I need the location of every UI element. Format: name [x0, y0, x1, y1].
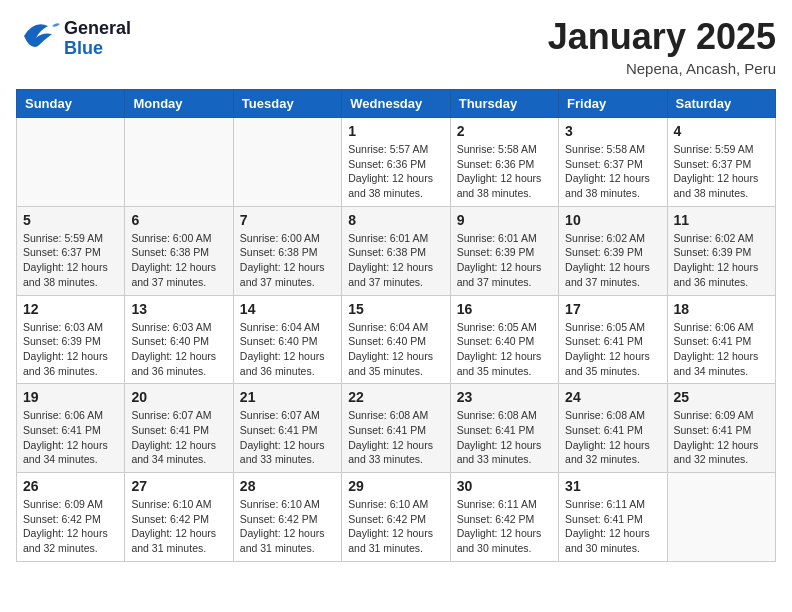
day-number: 3 — [565, 123, 660, 139]
page-header: General Blue January 2025 Nepena, Ancash… — [16, 16, 776, 77]
calendar-cell: 12Sunrise: 6:03 AM Sunset: 6:39 PM Dayli… — [17, 295, 125, 384]
calendar-cell: 8Sunrise: 6:01 AM Sunset: 6:38 PM Daylig… — [342, 206, 450, 295]
calendar-week-row: 12Sunrise: 6:03 AM Sunset: 6:39 PM Dayli… — [17, 295, 776, 384]
day-info: Sunrise: 6:04 AM Sunset: 6:40 PM Dayligh… — [240, 320, 335, 379]
day-info: Sunrise: 6:03 AM Sunset: 6:40 PM Dayligh… — [131, 320, 226, 379]
calendar-cell: 22Sunrise: 6:08 AM Sunset: 6:41 PM Dayli… — [342, 384, 450, 473]
day-info: Sunrise: 6:11 AM Sunset: 6:41 PM Dayligh… — [565, 497, 660, 556]
day-info: Sunrise: 6:11 AM Sunset: 6:42 PM Dayligh… — [457, 497, 552, 556]
day-info: Sunrise: 6:06 AM Sunset: 6:41 PM Dayligh… — [23, 408, 118, 467]
day-number: 7 — [240, 212, 335, 228]
day-info: Sunrise: 6:01 AM Sunset: 6:38 PM Dayligh… — [348, 231, 443, 290]
day-info: Sunrise: 6:09 AM Sunset: 6:42 PM Dayligh… — [23, 497, 118, 556]
calendar-week-row: 1Sunrise: 5:57 AM Sunset: 6:36 PM Daylig… — [17, 118, 776, 207]
calendar-cell: 7Sunrise: 6:00 AM Sunset: 6:38 PM Daylig… — [233, 206, 341, 295]
calendar-cell — [233, 118, 341, 207]
weekday-header-wednesday: Wednesday — [342, 90, 450, 118]
day-number: 19 — [23, 389, 118, 405]
day-info: Sunrise: 6:04 AM Sunset: 6:40 PM Dayligh… — [348, 320, 443, 379]
calendar-cell: 28Sunrise: 6:10 AM Sunset: 6:42 PM Dayli… — [233, 473, 341, 562]
calendar-cell: 6Sunrise: 6:00 AM Sunset: 6:38 PM Daylig… — [125, 206, 233, 295]
calendar-table: SundayMondayTuesdayWednesdayThursdayFrid… — [16, 89, 776, 562]
calendar-cell: 11Sunrise: 6:02 AM Sunset: 6:39 PM Dayli… — [667, 206, 775, 295]
weekday-header-friday: Friday — [559, 90, 667, 118]
day-info: Sunrise: 6:02 AM Sunset: 6:39 PM Dayligh… — [674, 231, 769, 290]
day-info: Sunrise: 5:59 AM Sunset: 6:37 PM Dayligh… — [23, 231, 118, 290]
day-info: Sunrise: 6:03 AM Sunset: 6:39 PM Dayligh… — [23, 320, 118, 379]
calendar-cell: 18Sunrise: 6:06 AM Sunset: 6:41 PM Dayli… — [667, 295, 775, 384]
logo-text: General Blue — [64, 19, 131, 59]
calendar-cell: 4Sunrise: 5:59 AM Sunset: 6:37 PM Daylig… — [667, 118, 775, 207]
calendar-week-row: 19Sunrise: 6:06 AM Sunset: 6:41 PM Dayli… — [17, 384, 776, 473]
month-title: January 2025 — [548, 16, 776, 58]
title-section: January 2025 Nepena, Ancash, Peru — [548, 16, 776, 77]
day-number: 11 — [674, 212, 769, 228]
day-number: 29 — [348, 478, 443, 494]
day-number: 26 — [23, 478, 118, 494]
day-info: Sunrise: 5:59 AM Sunset: 6:37 PM Dayligh… — [674, 142, 769, 201]
day-number: 13 — [131, 301, 226, 317]
day-info: Sunrise: 5:58 AM Sunset: 6:36 PM Dayligh… — [457, 142, 552, 201]
day-info: Sunrise: 6:00 AM Sunset: 6:38 PM Dayligh… — [131, 231, 226, 290]
logo: General Blue — [16, 16, 131, 61]
day-number: 18 — [674, 301, 769, 317]
weekday-header-saturday: Saturday — [667, 90, 775, 118]
logo-general: General — [64, 19, 131, 39]
calendar-cell: 15Sunrise: 6:04 AM Sunset: 6:40 PM Dayli… — [342, 295, 450, 384]
day-number: 14 — [240, 301, 335, 317]
calendar-cell: 3Sunrise: 5:58 AM Sunset: 6:37 PM Daylig… — [559, 118, 667, 207]
calendar-week-row: 26Sunrise: 6:09 AM Sunset: 6:42 PM Dayli… — [17, 473, 776, 562]
day-info: Sunrise: 5:57 AM Sunset: 6:36 PM Dayligh… — [348, 142, 443, 201]
day-number: 22 — [348, 389, 443, 405]
calendar-cell: 26Sunrise: 6:09 AM Sunset: 6:42 PM Dayli… — [17, 473, 125, 562]
day-info: Sunrise: 6:07 AM Sunset: 6:41 PM Dayligh… — [240, 408, 335, 467]
calendar-week-row: 5Sunrise: 5:59 AM Sunset: 6:37 PM Daylig… — [17, 206, 776, 295]
calendar-cell: 10Sunrise: 6:02 AM Sunset: 6:39 PM Dayli… — [559, 206, 667, 295]
day-number: 10 — [565, 212, 660, 228]
day-info: Sunrise: 6:10 AM Sunset: 6:42 PM Dayligh… — [131, 497, 226, 556]
calendar-cell: 13Sunrise: 6:03 AM Sunset: 6:40 PM Dayli… — [125, 295, 233, 384]
day-info: Sunrise: 6:08 AM Sunset: 6:41 PM Dayligh… — [565, 408, 660, 467]
calendar-cell: 20Sunrise: 6:07 AM Sunset: 6:41 PM Dayli… — [125, 384, 233, 473]
day-number: 16 — [457, 301, 552, 317]
weekday-header-row: SundayMondayTuesdayWednesdayThursdayFrid… — [17, 90, 776, 118]
day-info: Sunrise: 6:01 AM Sunset: 6:39 PM Dayligh… — [457, 231, 552, 290]
calendar-cell: 2Sunrise: 5:58 AM Sunset: 6:36 PM Daylig… — [450, 118, 558, 207]
calendar-cell: 14Sunrise: 6:04 AM Sunset: 6:40 PM Dayli… — [233, 295, 341, 384]
day-info: Sunrise: 6:09 AM Sunset: 6:41 PM Dayligh… — [674, 408, 769, 467]
calendar-cell: 23Sunrise: 6:08 AM Sunset: 6:41 PM Dayli… — [450, 384, 558, 473]
calendar-cell: 30Sunrise: 6:11 AM Sunset: 6:42 PM Dayli… — [450, 473, 558, 562]
weekday-header-sunday: Sunday — [17, 90, 125, 118]
day-number: 4 — [674, 123, 769, 139]
day-number: 28 — [240, 478, 335, 494]
day-number: 20 — [131, 389, 226, 405]
calendar-cell: 5Sunrise: 5:59 AM Sunset: 6:37 PM Daylig… — [17, 206, 125, 295]
day-number: 9 — [457, 212, 552, 228]
day-number: 30 — [457, 478, 552, 494]
day-number: 15 — [348, 301, 443, 317]
logo-blue: Blue — [64, 39, 131, 59]
day-info: Sunrise: 6:10 AM Sunset: 6:42 PM Dayligh… — [240, 497, 335, 556]
day-info: Sunrise: 6:07 AM Sunset: 6:41 PM Dayligh… — [131, 408, 226, 467]
weekday-header-thursday: Thursday — [450, 90, 558, 118]
day-info: Sunrise: 6:05 AM Sunset: 6:40 PM Dayligh… — [457, 320, 552, 379]
day-number: 8 — [348, 212, 443, 228]
day-number: 12 — [23, 301, 118, 317]
day-info: Sunrise: 6:08 AM Sunset: 6:41 PM Dayligh… — [457, 408, 552, 467]
calendar-cell: 29Sunrise: 6:10 AM Sunset: 6:42 PM Dayli… — [342, 473, 450, 562]
day-info: Sunrise: 6:10 AM Sunset: 6:42 PM Dayligh… — [348, 497, 443, 556]
day-number: 2 — [457, 123, 552, 139]
day-number: 21 — [240, 389, 335, 405]
calendar-cell: 21Sunrise: 6:07 AM Sunset: 6:41 PM Dayli… — [233, 384, 341, 473]
calendar-cell: 19Sunrise: 6:06 AM Sunset: 6:41 PM Dayli… — [17, 384, 125, 473]
calendar-cell — [17, 118, 125, 207]
calendar-cell — [667, 473, 775, 562]
day-number: 27 — [131, 478, 226, 494]
day-number: 23 — [457, 389, 552, 405]
day-info: Sunrise: 6:06 AM Sunset: 6:41 PM Dayligh… — [674, 320, 769, 379]
calendar-cell: 1Sunrise: 5:57 AM Sunset: 6:36 PM Daylig… — [342, 118, 450, 207]
calendar-cell: 31Sunrise: 6:11 AM Sunset: 6:41 PM Dayli… — [559, 473, 667, 562]
calendar-cell: 24Sunrise: 6:08 AM Sunset: 6:41 PM Dayli… — [559, 384, 667, 473]
day-number: 17 — [565, 301, 660, 317]
day-number: 6 — [131, 212, 226, 228]
